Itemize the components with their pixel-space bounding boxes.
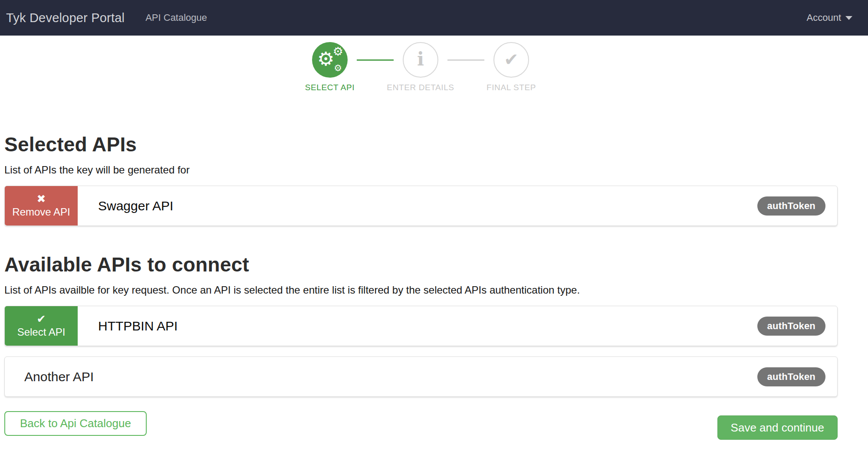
back-to-api-catalogue-button[interactable]: Back to Api Catalogue — [4, 411, 147, 436]
footer-actions: Back to Api Catalogue Save and continue — [4, 411, 838, 440]
account-dropdown[interactable]: Account — [807, 12, 853, 23]
step-final-step: ✔ FINAL STEP — [493, 42, 529, 78]
x-icon: ✖ — [37, 193, 46, 204]
brand-title[interactable]: Tyk Developer Portal — [6, 11, 125, 25]
step-select-api: ⚙ ⚙ ⚙ SELECT API — [312, 42, 348, 78]
stepper-connector — [357, 59, 394, 61]
step-select-api-circle: ⚙ ⚙ ⚙ — [312, 42, 348, 78]
wizard-stepper: ⚙ ⚙ ⚙ SELECT API i ENTER DETAILS ✔ FINAL… — [0, 36, 868, 104]
chevron-down-icon — [845, 16, 852, 20]
auth-type-badge: authToken — [757, 367, 825, 386]
step-select-api-label: SELECT API — [305, 83, 355, 92]
check-icon: ✔ — [37, 314, 46, 324]
save-and-continue-button[interactable]: Save and continue — [717, 415, 838, 440]
api-name: HTTPBIN API — [98, 319, 178, 333]
available-apis-subtitle: List of APIs availble for key request. O… — [4, 284, 842, 296]
selected-apis-title: Selected APIs — [4, 133, 842, 156]
cogs-icon: ⚙ — [333, 46, 343, 57]
cogs-icon: ⚙ — [317, 49, 334, 69]
available-apis-title: Available APIs to connect — [4, 253, 842, 276]
stepper-connector — [447, 59, 484, 61]
nav-item-api-catalogue[interactable]: API Catalogue — [145, 12, 207, 23]
check-icon: ✔ — [504, 49, 519, 69]
api-row-swagger: ✖ Remove API Swagger API authToken — [4, 186, 838, 226]
step-enter-details: i ENTER DETAILS — [403, 42, 438, 78]
cogs-icon: ⚙ — [334, 64, 342, 73]
step-final-step-circle: ✔ — [493, 42, 529, 78]
select-api-button[interactable]: ✔ Select API — [5, 306, 78, 346]
step-final-step-label: FINAL STEP — [487, 83, 536, 92]
step-enter-details-circle: i — [403, 42, 438, 78]
step-enter-details-label: ENTER DETAILS — [387, 83, 454, 92]
info-icon: i — [417, 49, 424, 70]
top-navbar: Tyk Developer Portal API Catalogue Accou… — [0, 0, 868, 36]
api-name: Another API — [24, 369, 94, 384]
api-name: Swagger API — [98, 199, 173, 213]
selected-apis-subtitle: List of APIs the key will be generated f… — [4, 164, 842, 176]
api-row-another: Another API authToken — [4, 356, 838, 397]
remove-api-button[interactable]: ✖ Remove API — [5, 186, 78, 226]
auth-type-badge: authToken — [757, 317, 825, 336]
auth-type-badge: authToken — [757, 196, 825, 216]
api-row-httpbin: ✔ Select API HTTPBIN API authToken — [4, 306, 838, 346]
account-dropdown-label: Account — [807, 12, 842, 23]
